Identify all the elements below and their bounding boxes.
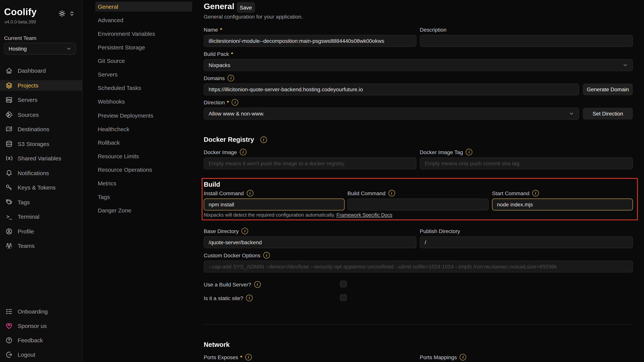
page-subtitle: General configuration for your applicati…	[204, 14, 303, 20]
instance-switcher-icon[interactable]	[69, 11, 75, 16]
subnav-item-tags[interactable]: Tags	[95, 192, 192, 202]
build-pack-select[interactable]: Nixpacks	[204, 59, 633, 71]
description-input[interactable]	[420, 35, 633, 47]
layers-icon	[5, 82, 13, 89]
info-icon	[242, 228, 248, 234]
team-select[interactable]: Hosting	[4, 43, 76, 55]
sidebar-item-destinations[interactable]: Destinations	[0, 124, 82, 134]
info-icon	[245, 354, 252, 360]
info-icon	[466, 149, 472, 155]
subnav-item-general[interactable]: General	[95, 2, 192, 12]
sidebar-item-servers[interactable]: Servers	[0, 95, 82, 105]
save-button[interactable]: Save	[236, 2, 255, 13]
generate-domain-button[interactable]: Generate Domain	[583, 84, 633, 95]
sidebar-item-onboarding[interactable]: Onboarding	[0, 306, 82, 317]
subnav-item-preview-deployments[interactable]: Preview Deployments	[95, 110, 192, 120]
base-directory-input[interactable]	[204, 236, 416, 248]
custom-docker-options-input[interactable]	[204, 260, 633, 272]
subnav-item-scheduled-tasks[interactable]: Scheduled Tasks	[95, 83, 192, 93]
ports-exposes-label: Ports Exposes	[204, 354, 252, 360]
user-icon	[5, 228, 13, 235]
info-icon	[460, 354, 466, 360]
nixpacks-note: Nixpacks will detect the required config…	[204, 212, 392, 218]
info-icon	[228, 75, 234, 81]
subnav-item-environment-variables[interactable]: Environment Variables	[95, 29, 192, 39]
subnav-item-advanced[interactable]: Advanced	[95, 15, 192, 25]
subnav-item-persistent-storage[interactable]: Persistent Storage	[95, 43, 192, 52]
start-command-input[interactable]	[492, 199, 633, 211]
subnav-item-healthcheck[interactable]: Healthcheck	[95, 124, 192, 134]
docker-image-input[interactable]	[204, 157, 416, 169]
sidebar-item-feedback[interactable]: Feedback	[0, 335, 82, 345]
theme-sun-icon[interactable]	[58, 10, 66, 17]
sidebar-item-sponsor-us[interactable]: Sponsor us	[0, 320, 82, 331]
build-command-input[interactable]	[348, 199, 489, 211]
sidebar-item-profile[interactable]: Profile	[0, 226, 82, 236]
direction-label: Direction	[204, 99, 238, 106]
sidebar-item-teams[interactable]: Teams	[0, 240, 82, 251]
sidebar-item-projects[interactable]: Projects	[0, 80, 82, 91]
braces-icon: (x)	[5, 155, 13, 162]
tag-icon	[5, 198, 13, 206]
subnav-item-rollback[interactable]: Rollback	[95, 138, 192, 148]
direction-value: Allow www & non-www.	[209, 111, 264, 117]
info-icon	[254, 281, 261, 288]
build-server-label: Use a Build Server?	[204, 281, 261, 288]
direction-select[interactable]: Allow www & non-www.	[204, 108, 579, 120]
subnav-item-resource-limits[interactable]: Resource Limits	[95, 151, 192, 161]
static-site-checkbox[interactable]	[340, 294, 347, 301]
network-heading: Network	[204, 341, 230, 348]
docker-image-label: Docker Image	[204, 149, 246, 155]
team-select-value: Hosting	[9, 46, 27, 52]
description-label: Description	[420, 26, 446, 33]
sidebar-item-notifications[interactable]: Notifications	[0, 168, 82, 178]
sidebar-item-keys-tokens[interactable]: Keys & Tokens	[0, 182, 82, 193]
subnav-item-git-source[interactable]: Git Source	[95, 56, 192, 66]
required-asterisk	[220, 27, 222, 33]
name-label: Name	[204, 26, 222, 33]
sidebar-item-tags[interactable]: Tags	[0, 197, 82, 207]
ports-mappings-label: Ports Mappings	[420, 354, 466, 360]
page-title: General	[204, 2, 234, 11]
build-server-checkbox[interactable]	[340, 281, 347, 287]
sidebar: Coolify v4.0.0-beta.399 Current Team Hos…	[0, 0, 82, 362]
coolify-app: Coolify v4.0.0-beta.399 Current Team Hos…	[0, 0, 644, 362]
logout-icon	[5, 351, 13, 358]
subnav-item-metrics[interactable]: Metrics	[95, 178, 192, 188]
checklist-icon	[5, 308, 13, 315]
required-asterisk	[231, 51, 233, 57]
info-icon	[263, 252, 270, 259]
build-command-label: Build Command	[348, 190, 395, 197]
static-site-label: Is it a static site?	[204, 295, 253, 301]
install-command-input[interactable]	[204, 199, 345, 211]
build-heading: Build	[204, 181, 220, 188]
app-logo: Coolify	[4, 7, 37, 18]
name-input[interactable]	[204, 35, 416, 47]
info-icon	[240, 149, 246, 155]
sidebar-item-shared-variables[interactable]: (x)Shared Variables	[0, 153, 82, 164]
docker-registry-heading: Docker Registry	[204, 136, 267, 144]
docker-image-tag-input[interactable]	[420, 157, 633, 169]
publish-directory-label: Publish Directory	[420, 228, 460, 234]
settings-subnav: GeneralAdvancedEnvironment VariablesPers…	[82, 0, 204, 362]
framework-docs-link[interactable]: Framework Specific Docs	[336, 212, 392, 218]
sidebar-item-dashboard[interactable]: Dashboard	[0, 65, 82, 76]
subnav-item-resource-operations[interactable]: Resource Operations	[95, 165, 192, 175]
subnav-item-webhooks[interactable]: Webhooks	[95, 97, 192, 107]
heart-icon	[5, 322, 13, 330]
info-icon	[246, 295, 253, 301]
domains-input[interactable]	[204, 84, 579, 95]
info-icon	[232, 99, 238, 106]
publish-directory-input[interactable]	[420, 236, 633, 248]
sidebar-item-terminal[interactable]: >_Terminal	[0, 211, 82, 222]
base-directory-label: Base Directory	[204, 228, 248, 234]
current-team-label: Current Team	[4, 35, 36, 41]
info-icon	[388, 190, 395, 197]
sidebar-item-s3-storages[interactable]: S3 Storages	[0, 138, 82, 149]
sidebar-item-logout[interactable]: Logout	[0, 349, 82, 360]
sidebar-item-sources[interactable]: Sources	[0, 109, 82, 120]
set-direction-button[interactable]: Set Direction	[583, 108, 633, 120]
subnav-item-danger-zone[interactable]: Danger Zone	[95, 206, 192, 215]
chevron-down-icon	[66, 46, 72, 51]
subnav-item-servers[interactable]: Servers	[95, 70, 192, 80]
